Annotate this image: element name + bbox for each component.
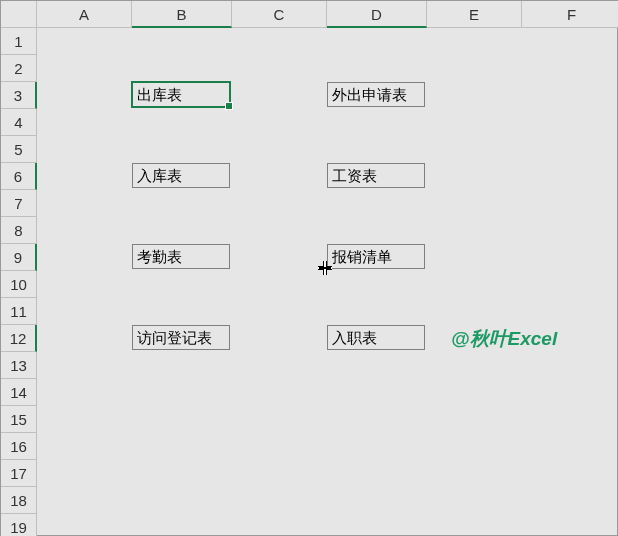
spreadsheet: ABCDEF 12345678910111213141516171819 出库表…: [0, 0, 618, 536]
row-header-10[interactable]: 10: [1, 271, 37, 298]
watermark: @秋叶Excel: [451, 326, 557, 352]
row-header-7[interactable]: 7: [1, 190, 37, 217]
cell-B9[interactable]: 考勤表: [132, 244, 230, 269]
row-header-8[interactable]: 8: [1, 217, 37, 244]
row-header-17[interactable]: 17: [1, 460, 37, 487]
row-header-5[interactable]: 5: [1, 136, 37, 163]
cell-grid[interactable]: 出库表外出申请表入库表工资表考勤表报销清单访问登记表入职表: [37, 28, 617, 535]
cell-D6[interactable]: 工资表: [327, 163, 425, 188]
column-header-F[interactable]: F: [522, 1, 618, 28]
row-header-3[interactable]: 3: [1, 82, 37, 109]
cell-B12[interactable]: 访问登记表: [132, 325, 230, 350]
cell-D3[interactable]: 外出申请表: [327, 82, 425, 107]
row-header-2[interactable]: 2: [1, 55, 37, 82]
row-header-16[interactable]: 16: [1, 433, 37, 460]
cell-B6[interactable]: 入库表: [132, 163, 230, 188]
row-headers: 12345678910111213141516171819: [1, 28, 37, 536]
row-header-15[interactable]: 15: [1, 406, 37, 433]
row-header-13[interactable]: 13: [1, 352, 37, 379]
row-header-12[interactable]: 12: [1, 325, 37, 352]
cell-D9[interactable]: 报销清单: [327, 244, 425, 269]
cell-D12[interactable]: 入职表: [327, 325, 425, 350]
cell-B3[interactable]: 出库表: [132, 82, 230, 107]
column-header-D[interactable]: D: [327, 1, 427, 28]
row-header-14[interactable]: 14: [1, 379, 37, 406]
column-headers: ABCDEF: [1, 1, 618, 28]
column-header-C[interactable]: C: [232, 1, 327, 28]
column-header-A[interactable]: A: [37, 1, 132, 28]
row-header-11[interactable]: 11: [1, 298, 37, 325]
row-header-19[interactable]: 19: [1, 514, 37, 536]
column-header-E[interactable]: E: [427, 1, 522, 28]
row-header-1[interactable]: 1: [1, 28, 37, 55]
row-header-4[interactable]: 4: [1, 109, 37, 136]
column-header-B[interactable]: B: [132, 1, 232, 28]
row-header-6[interactable]: 6: [1, 163, 37, 190]
row-header-18[interactable]: 18: [1, 487, 37, 514]
row-header-9[interactable]: 9: [1, 244, 37, 271]
select-all-corner[interactable]: [1, 1, 37, 28]
